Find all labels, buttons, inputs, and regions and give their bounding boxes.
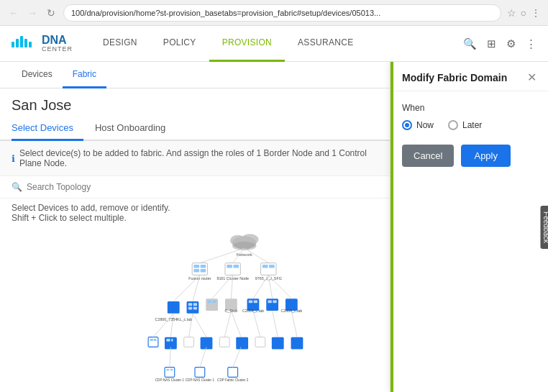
forward-button[interactable]: → — [26, 6, 39, 19]
topology-canvas[interactable]: Network Fusion router 8161 Cluster Node — [0, 227, 390, 392]
svg-rect-64 — [291, 337, 303, 350]
browser-actions: ☆ ○ ⋮ — [507, 7, 541, 19]
radio-later[interactable]: Later — [448, 120, 482, 130]
svg-rect-80 — [228, 368, 238, 378]
svg-rect-52 — [148, 337, 158, 347]
user-icon[interactable]: ○ — [521, 7, 526, 19]
dots-menu-icon[interactable]: ⋮ — [526, 37, 536, 50]
svg-line-72 — [273, 311, 278, 337]
nav-assurance[interactable]: ASSURANCE — [285, 26, 366, 62]
svg-rect-40 — [254, 301, 257, 304]
sub-tabs: Select Devices Host Onboarding — [0, 117, 390, 141]
side-panel: Modify Fabric Domain ✕ When Now Later — [390, 62, 548, 392]
back-button[interactable]: ← — [7, 6, 20, 19]
svg-rect-43 — [273, 301, 276, 304]
svg-rect-33 — [193, 307, 197, 310]
svg-rect-53 — [150, 339, 153, 341]
radio-group: Now Later — [402, 120, 536, 130]
svg-rect-58 — [184, 337, 194, 347]
settings-icon[interactable]: ⚙ — [506, 37, 516, 50]
svg-text:CDP-NAS Cluster 1: CDP-NAS Cluster 1 — [186, 378, 215, 382]
svg-rect-78 — [195, 368, 205, 378]
svg-text:C2804_c.lab: C2804_c.lab — [242, 309, 264, 313]
nav-provision[interactable]: PROVISION — [209, 26, 285, 62]
svg-rect-27 — [168, 301, 180, 314]
panel-actions: Cancel Apply — [402, 145, 536, 167]
logo-area: DNA CENTER — [12, 34, 73, 53]
svg-rect-39 — [249, 301, 252, 304]
radio-now-label: Now — [416, 120, 434, 130]
svg-rect-56 — [166, 339, 170, 342]
info-bar: ℹ Select device(s) to be added to fabric… — [0, 141, 390, 176]
menu-icon[interactable]: ⋮ — [531, 7, 541, 19]
svg-line-84 — [233, 347, 241, 367]
sub-tab-select-devices[interactable]: Select Devices — [12, 117, 83, 141]
svg-rect-22 — [269, 265, 275, 268]
grid-icon[interactable]: ⊞ — [487, 37, 496, 50]
topology-svg: Network Fusion router 8161 Cluster Node — [0, 227, 390, 392]
nav-items: DESIGN POLICY PROVISION ASSURANCE — [90, 26, 463, 62]
svg-rect-31 — [193, 303, 197, 306]
content-area: Devices Fabric San Jose Select Devices H… — [0, 62, 548, 392]
main-panel: Devices Fabric San Jose Select Devices H… — [0, 62, 390, 392]
center-label: CENTER — [42, 46, 73, 53]
svg-rect-0 — [12, 42, 14, 47]
url-text: 100/dna/provision/home?st-provision_base… — [71, 9, 380, 17]
radio-now-circle — [402, 120, 412, 130]
svg-rect-60 — [219, 337, 229, 347]
logo-dna: DNA CENTER — [42, 34, 73, 53]
svg-rect-12 — [201, 265, 206, 268]
info-icon: ℹ — [12, 153, 15, 164]
svg-rect-74 — [165, 368, 175, 378]
refresh-button[interactable]: ↻ — [45, 6, 58, 19]
search-topology-input[interactable] — [27, 182, 170, 192]
radio-now[interactable]: Now — [402, 120, 434, 130]
svg-rect-17 — [227, 265, 232, 268]
search-icon-small: 🔍 — [12, 182, 22, 192]
svg-text:CDP Fabric Cluster 2: CDP Fabric Cluster 2 — [217, 378, 249, 382]
svg-rect-4 — [29, 42, 32, 47]
app-header: DNA CENTER DESIGN POLICY PROVISION ASSUR… — [0, 26, 548, 62]
side-panel-body: When Now Later Cancel Apply — [391, 91, 548, 178]
svg-rect-61 — [236, 337, 248, 350]
radio-later-circle — [448, 120, 458, 130]
svg-line-83 — [200, 347, 206, 367]
nav-design[interactable]: DESIGN — [90, 26, 150, 62]
svg-text:C2800_7354KL_c.lab: C2800_7354KL_c.lab — [155, 317, 192, 322]
browser-chrome: ← → ↻ 100/dna/provision/home?st-provisio… — [0, 0, 548, 26]
svg-line-71 — [253, 311, 260, 337]
tabs-row: Devices Fabric — [0, 62, 390, 88]
svg-rect-13 — [193, 269, 199, 273]
svg-text:Fusion router: Fusion router — [188, 276, 211, 281]
topology-hint-line1: Select Devices to add, remove or identif… — [12, 203, 378, 213]
url-bar[interactable]: 100/dna/provision/home?st-provision_base… — [63, 4, 501, 22]
search-icon[interactable]: 🔍 — [463, 37, 477, 50]
svg-text:C_Stub: C_Stub — [224, 309, 237, 313]
feedback-tab[interactable]: Feedback — [541, 206, 548, 249]
close-button[interactable]: ✕ — [527, 72, 536, 83]
svg-rect-35 — [208, 301, 211, 304]
svg-rect-14 — [201, 269, 206, 273]
svg-text:C2804_c.lab: C2804_c.lab — [280, 309, 302, 313]
cisco-logo-icon — [12, 36, 35, 50]
star-icon[interactable]: ☆ — [507, 7, 516, 19]
nav-policy[interactable]: POLICY — [150, 26, 209, 62]
svg-rect-32 — [188, 307, 192, 310]
apply-button[interactable]: Apply — [461, 145, 511, 167]
cancel-button[interactable]: Cancel — [402, 145, 454, 167]
svg-rect-3 — [24, 39, 27, 47]
svg-rect-62 — [255, 337, 265, 347]
svg-rect-54 — [154, 339, 157, 341]
left-accent — [391, 62, 393, 392]
tab-fabric[interactable]: Fabric — [63, 62, 106, 88]
topology-hint: Select Devices to add, remove or identif… — [0, 199, 390, 227]
svg-line-68 — [193, 314, 206, 337]
sub-tab-host-onboarding[interactable]: Host Onboarding — [95, 117, 175, 141]
tab-devices[interactable]: Devices — [12, 62, 63, 88]
svg-point-8 — [232, 242, 257, 250]
svg-rect-11 — [193, 265, 199, 268]
header-icons: 🔍 ⊞ ⚙ ⋮ — [463, 37, 536, 50]
svg-rect-75 — [166, 369, 169, 370]
radio-later-label: Later — [462, 120, 482, 130]
svg-line-69 — [224, 311, 231, 337]
